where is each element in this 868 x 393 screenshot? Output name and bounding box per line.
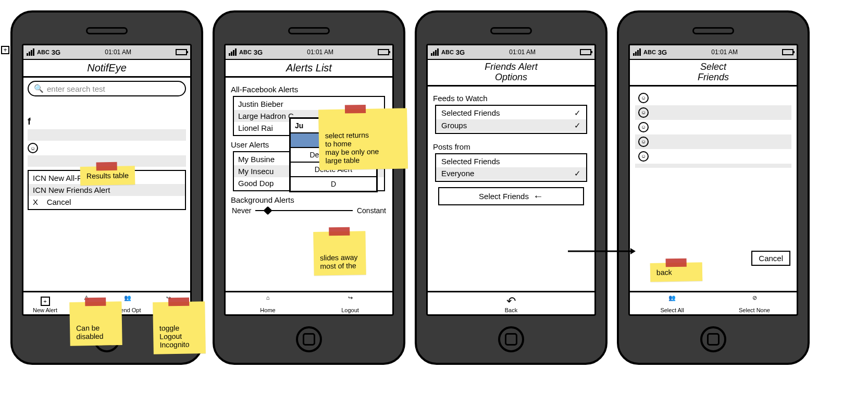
- signal-bars-icon: [633, 48, 641, 56]
- home-button[interactable]: [296, 326, 322, 352]
- sticky-select-returns: select returns to home may be only one l…: [318, 108, 408, 170]
- phone-speaker: [288, 27, 330, 34]
- sticky-toggle-logout: toggle Logout Incognito: [153, 301, 206, 354]
- page-title: Friends Alert Options: [428, 60, 594, 87]
- check-icon: ✓: [574, 108, 581, 118]
- menu-cancel[interactable]: X Cancel: [29, 196, 185, 208]
- smiley-icon: ☺: [638, 107, 649, 118]
- posts-list: Selected Friends Everyone ✓: [435, 153, 587, 182]
- result-row[interactable]: [28, 129, 186, 141]
- search-placeholder: enter search test: [47, 84, 105, 93]
- section-bg-alerts: Background Alerts: [231, 195, 388, 204]
- phone-speaker: [692, 27, 734, 34]
- connector-arrow: [568, 246, 636, 256]
- home-button[interactable]: [498, 326, 524, 352]
- tab-bar: ⌂ Home ↪ Logout: [226, 291, 392, 314]
- phone-mockup-4: ABC 3G 01:01 AM Select Friends ☺ ☺ ☺ ☺ ☺…: [617, 10, 810, 365]
- search-input[interactable]: 🔍 enter search test: [28, 81, 186, 96]
- tab-bar: 👥 Select All ⊘ Select None: [630, 291, 797, 314]
- plus-icon: +: [41, 297, 50, 306]
- phone-speaker: [86, 27, 128, 34]
- logout-icon: ↪: [348, 294, 353, 306]
- feeds-list: Selected Friends ✓ Groups ✓: [435, 105, 587, 134]
- network-label: 3G: [52, 48, 60, 56]
- tab-select-all[interactable]: 👥 Select All: [631, 294, 713, 313]
- phone-speaker: [490, 27, 532, 34]
- back-arrow-icon: ↶: [506, 294, 516, 306]
- signal-bars-icon: [27, 48, 35, 56]
- friend-row[interactable]: ☺: [635, 91, 791, 105]
- home-icon: ⌂: [266, 294, 270, 306]
- tab-new-alert[interactable]: + New Alert: [24, 297, 66, 313]
- sticky-slides-away: slides away most of the: [313, 231, 366, 276]
- page-title: Alerts List: [226, 60, 392, 78]
- battery-icon: [580, 49, 591, 55]
- home-button[interactable]: [700, 326, 726, 352]
- tab-logout[interactable]: ↪ Logout: [309, 294, 391, 313]
- svg-marker-1: [630, 248, 636, 254]
- section-fb-alerts: All-Facebook Alerts: [231, 85, 388, 94]
- tab-select-none[interactable]: ⊘ Select None: [713, 294, 796, 313]
- feed-selected-friends[interactable]: Selected Friends ✓: [436, 107, 586, 119]
- phone-mockup-1: ABC 3G 01:01 AM NotifEye 🔍 enter search …: [10, 10, 203, 365]
- people-icon: 👥: [668, 294, 676, 306]
- status-bar: ABC 3G 01:01 AM: [226, 45, 392, 60]
- people-icon: 👥: [124, 294, 131, 306]
- cancel-button[interactable]: Cancel: [751, 251, 790, 266]
- carrier-label: ABC: [37, 49, 49, 55]
- section-posts: Posts from: [433, 142, 590, 151]
- friend-row[interactable]: [635, 164, 791, 168]
- smiley-icon: ☺: [28, 143, 38, 153]
- search-icon: 🔍: [34, 84, 44, 93]
- result-row-smiley[interactable]: ☺: [28, 143, 186, 153]
- section-feeds: Feeds to Watch: [433, 94, 590, 103]
- clock-label: 01:01 AM: [105, 48, 131, 56]
- phone-mockup-2: ABC 3G 01:01 AM Alerts List All-Facebook…: [213, 10, 405, 365]
- forbidden-icon: ⊘: [752, 294, 757, 306]
- feed-groups[interactable]: Groups ✓: [436, 119, 586, 132]
- result-row-facebook[interactable]: f: [28, 116, 186, 127]
- smiley-icon: ☺: [638, 93, 649, 103]
- facebook-icon: f: [28, 116, 31, 127]
- bg-alerts-slider[interactable]: [255, 210, 353, 211]
- slider-max-label: Constant: [357, 206, 386, 215]
- signal-bars-icon: [431, 48, 439, 56]
- phone-mockup-3: ABC 3G 01:01 AM Friends Alert Options Fe…: [415, 10, 607, 365]
- status-bar: ABC 3G 01:01 AM: [630, 45, 797, 60]
- battery-icon: [176, 49, 187, 55]
- sticky-back: back: [650, 262, 703, 282]
- arrow-left-icon: ←: [533, 190, 543, 202]
- menu-new-friends[interactable]: ICN New Friends Alert: [29, 184, 185, 196]
- friend-row[interactable]: ☺: [635, 105, 791, 120]
- check-icon: ✓: [574, 121, 581, 130]
- tab-back[interactable]: ↶ Back: [429, 294, 593, 313]
- sticky-results-table: Results table: [80, 166, 135, 186]
- friend-row[interactable]: ☺: [635, 149, 791, 164]
- page-title: Select Friends: [630, 60, 797, 87]
- status-bar: ABC 3G 01:01 AM: [428, 45, 594, 60]
- smiley-icon: ☺: [638, 122, 649, 132]
- expand-corner[interactable]: +: [1, 46, 9, 54]
- friend-row[interactable]: ☺: [635, 120, 791, 134]
- posts-selected-friends[interactable]: Selected Friends: [436, 155, 586, 167]
- sticky-can-disable: Can be disabled: [69, 301, 122, 346]
- status-bar: ABC 3G 01:01 AM: [23, 45, 190, 60]
- battery-icon: [378, 49, 389, 55]
- friend-row[interactable]: ☺: [635, 134, 791, 149]
- select-friends-button[interactable]: Select Friends ←: [438, 187, 584, 205]
- battery-icon: [782, 49, 793, 55]
- smiley-icon: ☺: [638, 137, 649, 147]
- tab-bar: ↶ Back: [428, 291, 594, 314]
- check-icon: ✓: [574, 169, 581, 178]
- slider-min-label: Never: [232, 206, 251, 215]
- posts-everyone[interactable]: Everyone ✓: [436, 167, 586, 180]
- signal-bars-icon: [229, 48, 237, 56]
- tab-home[interactable]: ⌂ Home: [227, 294, 309, 313]
- page-title: NotifEye: [23, 60, 190, 78]
- popup-last[interactable]: D: [291, 177, 376, 191]
- smiley-icon: ☺: [638, 151, 649, 162]
